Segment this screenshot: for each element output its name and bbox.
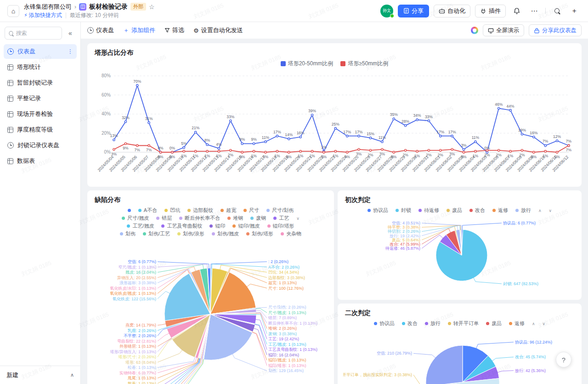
legend-item[interactable]: 返修: [509, 320, 525, 327]
new-button[interactable]: 新建 ∧: [0, 366, 80, 384]
data-point[interactable]: [311, 150, 313, 152]
data-point[interactable]: [381, 141, 383, 143]
legend-item[interactable]: 凹坑: [164, 207, 180, 214]
legend-item[interactable]: 尺寸/翘皮: [122, 215, 149, 222]
data-point[interactable]: [521, 133, 523, 135]
data-point[interactable]: [416, 150, 418, 152]
data-point[interactable]: [486, 149, 488, 151]
legend-item[interactable]: 放行: [425, 320, 441, 327]
data-point[interactable]: [136, 144, 138, 146]
legend-item[interactable]: 塔形20-50mm比例: [281, 60, 334, 68]
legend-item[interactable]: 尺寸/划伤: [266, 207, 294, 214]
legend-item[interactable]: 改合: [402, 320, 418, 327]
share-dashboard-button[interactable]: 分享此仪表盘: [529, 24, 582, 36]
data-point[interactable]: [498, 107, 499, 109]
data-point[interactable]: [404, 149, 406, 151]
data-point[interactable]: [323, 151, 325, 153]
data-point[interactable]: [509, 150, 511, 152]
data-point[interactable]: [463, 149, 464, 150]
legend-item[interactable]: 划伤/工艺: [143, 230, 170, 237]
collapse-sidebar-button[interactable]: «: [65, 28, 76, 39]
fullscreen-button[interactable]: 全屏演示: [483, 24, 524, 36]
legend-item[interactable]: 超宽: [220, 207, 236, 214]
legend-item[interactable]: 封锁: [396, 207, 411, 214]
legend-item[interactable]: 堆钢: [227, 215, 243, 222]
data-point[interactable]: [288, 138, 290, 140]
sidebar-item-暂留封锁记录[interactable]: 暂留封锁记录: [4, 75, 77, 90]
notifications-button[interactable]: [510, 5, 523, 17]
legend-item[interactable]: A不合: [138, 207, 157, 214]
add-widget-button[interactable]: ＋ 添加组件: [123, 26, 155, 34]
data-point[interactable]: [544, 150, 546, 152]
more-button[interactable]: ⋯: [528, 5, 541, 17]
data-point[interactable]: [358, 135, 360, 137]
legend-item[interactable]: 划伤/翘皮: [212, 230, 239, 237]
chevron-down-icon[interactable]: ∨: [543, 321, 546, 326]
data-point[interactable]: [183, 150, 185, 152]
data-point[interactable]: [265, 141, 266, 143]
data-point[interactable]: [404, 125, 406, 126]
data-point[interactable]: [288, 151, 290, 153]
legend-item[interactable]: 转开平订单: [448, 320, 479, 327]
data-point[interactable]: [428, 149, 430, 151]
data-point[interactable]: [311, 114, 313, 116]
data-point[interactable]: [253, 150, 254, 152]
data-point[interactable]: [218, 150, 220, 152]
legend-item[interactable]: 放行: [515, 207, 531, 214]
add-button[interactable]: ＋: [568, 5, 581, 17]
data-point[interactable]: [475, 150, 476, 152]
data-point[interactable]: [475, 141, 476, 143]
legend-item[interactable]: 划伤: [120, 230, 136, 237]
sidebar-item-平整记录[interactable]: 平整记录: [4, 91, 77, 106]
data-point[interactable]: [556, 140, 558, 142]
data-point[interactable]: [369, 149, 371, 151]
data-point[interactable]: [230, 120, 232, 121]
data-point[interactable]: [300, 150, 301, 152]
data-point[interactable]: [276, 135, 278, 137]
kebab-icon[interactable]: ⋮: [68, 48, 73, 55]
legend-item[interactable]: 协议品: [374, 320, 395, 327]
data-point[interactable]: [148, 144, 150, 146]
share-button[interactable]: 分享: [398, 5, 429, 17]
data-point[interactable]: [381, 149, 383, 150]
legend-item[interactable]: 尺寸: [243, 207, 259, 214]
chevron-down-icon[interactable]: ∨: [549, 208, 552, 213]
legend-item[interactable]: 塔形≥50mm比例: [340, 60, 388, 68]
add-shortcut-button[interactable]: ⚡添加快捷方式: [24, 11, 62, 19]
legend-item[interactable]: 工艺/翘皮: [127, 223, 154, 229]
search-button[interactable]: [550, 5, 563, 17]
legend-item[interactable]: [128, 209, 131, 212]
data-point[interactable]: [194, 150, 196, 152]
legend-item[interactable]: 错层: [156, 215, 172, 222]
data-point[interactable]: [171, 151, 173, 153]
chevron-down-icon[interactable]: ∨: [296, 216, 300, 221]
data-point[interactable]: [148, 121, 150, 123]
avatar[interactable]: 孙文: [380, 5, 393, 17]
data-point[interactable]: [509, 109, 511, 111]
filter-button[interactable]: 筛选: [164, 26, 184, 34]
data-point[interactable]: [241, 151, 243, 153]
legend-item[interactable]: 废品: [447, 207, 462, 214]
breadcrumb-company[interactable]: 永锋集团有限公司: [24, 3, 72, 11]
chevron-up-icon[interactable]: ∧: [532, 321, 535, 326]
data-point[interactable]: [463, 151, 464, 153]
data-point[interactable]: [451, 135, 453, 137]
search-input[interactable]: [16, 30, 58, 36]
data-point[interactable]: [334, 127, 336, 129]
legend-item[interactable]: 划伤/塔形: [246, 230, 273, 237]
data-point[interactable]: [183, 146, 185, 148]
legend-item[interactable]: 辊印/塔形: [267, 223, 294, 229]
data-point[interactable]: [276, 150, 278, 152]
legend-item[interactable]: 待返修: [418, 207, 439, 214]
legend-item[interactable]: 划伤/浪形: [177, 230, 204, 237]
data-point[interactable]: [358, 149, 360, 150]
data-point[interactable]: [113, 139, 115, 141]
legend-item[interactable]: 辊印/翘皮: [232, 223, 260, 229]
home-button[interactable]: ⌂: [7, 5, 19, 17]
data-point[interactable]: [124, 143, 126, 144]
legend-item[interactable]: 返修: [492, 207, 508, 214]
data-point[interactable]: [393, 151, 395, 153]
data-point[interactable]: [206, 143, 208, 145]
data-point[interactable]: [393, 118, 395, 120]
data-point[interactable]: [206, 150, 208, 152]
